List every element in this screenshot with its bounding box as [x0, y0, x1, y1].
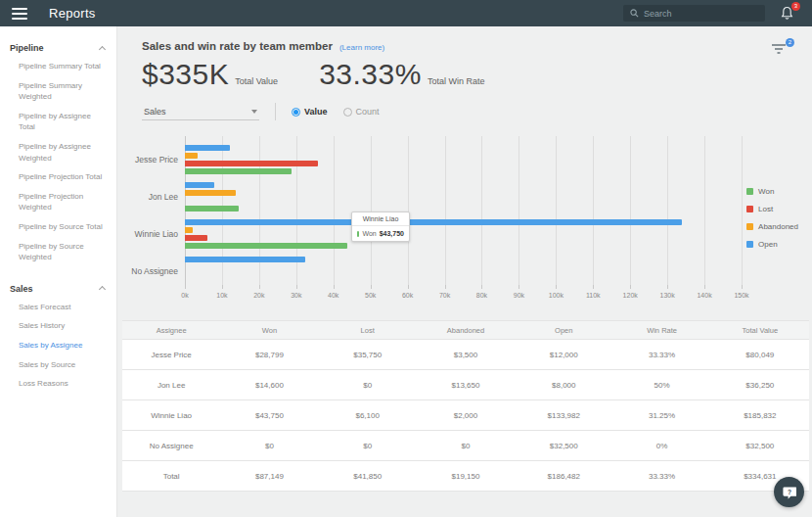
- chat-button[interactable]: ?: [774, 477, 804, 507]
- menu-icon[interactable]: [12, 8, 27, 20]
- sidebar-item-loss-reasons[interactable]: Loss Reasons: [0, 374, 116, 394]
- learn-more-link[interactable]: (Learn more): [339, 43, 384, 52]
- report-type-dropdown[interactable]: Sales: [142, 104, 259, 120]
- dropdown-value: Sales: [144, 107, 166, 117]
- axis-tick-label: 40k: [328, 292, 338, 299]
- table-cell: $80,049: [711, 340, 809, 369]
- bar-open-winnie-liao[interactable]: [185, 219, 682, 225]
- table-cell: Winnie Liao: [122, 400, 220, 430]
- table-total-row: Total$87,149$41,850$19,150$186,48233.33%…: [122, 461, 809, 492]
- bar-open-no-assignee[interactable]: [185, 257, 305, 262]
- chat-icon: ?: [782, 486, 796, 499]
- chevron-down-icon: [251, 110, 257, 114]
- axis-tick-label: 150k: [734, 292, 748, 299]
- axis-tick-label: 70k: [439, 292, 450, 299]
- sidebar-section-label: Pipeline: [10, 43, 44, 53]
- table-cell: $28,799: [220, 340, 318, 369]
- table-cell: Jon Lee: [122, 370, 220, 400]
- table-cell: 0%: [612, 431, 710, 460]
- table-cell: 33.33%: [612, 461, 710, 491]
- sidebar-item-pipeline-summary-weighted[interactable]: Pipeline Summary Weighted: [0, 76, 116, 107]
- sidebar-item-sales-by-source[interactable]: Sales by Source: [0, 355, 116, 375]
- table-cell: $35,750: [319, 340, 417, 369]
- bar-lost-winnie-liao[interactable]: [185, 235, 207, 241]
- table-row-no-assignee: No Assignee$0$0$0$32,5000%$32,500: [122, 431, 809, 461]
- axis-tick-label: 110k: [586, 292, 601, 299]
- sidebar-section-header-pipeline[interactable]: Pipeline: [0, 41, 116, 57]
- legend-swatch-open: [746, 241, 753, 248]
- bar-won-jon-lee[interactable]: [185, 206, 239, 212]
- tooltip-value: $43,750: [380, 230, 404, 237]
- table-cell: $186,482: [515, 461, 612, 491]
- table-cell: Jesse Price: [122, 340, 220, 369]
- legend-item-abandoned[interactable]: Abandoned: [746, 222, 798, 231]
- legend-label: Won: [758, 187, 774, 196]
- bar-abandoned-winnie-liao[interactable]: [185, 227, 193, 233]
- chevron-up-icon: [99, 286, 106, 293]
- legend-item-lost[interactable]: Lost: [746, 205, 798, 213]
- category-label-jesse-price: Jesse Price: [117, 155, 178, 164]
- radio-value-circle: [292, 108, 300, 117]
- radio-value[interactable]: Value: [292, 107, 328, 117]
- search-input[interactable]: Search: [623, 5, 765, 22]
- axis-tick-label: 120k: [623, 292, 638, 299]
- gridline: [742, 136, 743, 285]
- table-cell: Open: [515, 321, 612, 339]
- bar-abandoned-jesse-price[interactable]: [185, 153, 198, 159]
- sidebar-item-pipeline-projection-total[interactable]: Pipeline Projection Total: [0, 167, 116, 187]
- chart-plot-area: 0k10k20k30k40k50k60k70k80k90k100k110k120…: [185, 136, 742, 285]
- sidebar-item-sales-history[interactable]: Sales History: [0, 316, 116, 336]
- table-cell: Lost: [319, 321, 417, 339]
- table-cell: $12,000: [515, 340, 612, 369]
- table-cell: Abandoned: [417, 321, 515, 339]
- legend-swatch-won: [746, 188, 753, 195]
- axis-tick: [742, 285, 743, 289]
- radio-count-circle: [343, 108, 352, 117]
- bar-abandoned-jon-lee[interactable]: [185, 190, 236, 196]
- legend-swatch-lost: [746, 206, 753, 212]
- table-cell: $87,149: [220, 461, 318, 491]
- axis-tick-label: 90k: [514, 292, 524, 299]
- table-cell: $36,250: [711, 370, 809, 400]
- chevron-up-icon: [99, 45, 106, 52]
- table-cell: Won: [220, 321, 318, 339]
- sidebar-item-pipeline-by-source-total[interactable]: Pipeline by Source Total: [0, 217, 116, 237]
- tooltip-title: Winnie Liao: [352, 212, 409, 226]
- bar-group-jesse-price: [185, 145, 742, 176]
- legend-swatch-abandoned: [746, 223, 753, 230]
- sidebar-item-pipeline-projection-weighted[interactable]: Pipeline Projection Weighted: [0, 187, 116, 217]
- legend-item-open[interactable]: Open: [746, 240, 798, 249]
- chart-tooltip: Winnie Liao Won $43,750: [351, 212, 410, 242]
- sidebar-item-sales-forecast[interactable]: Sales Forecast: [0, 298, 116, 317]
- sidebar-item-pipeline-by-source-weighted[interactable]: Pipeline by Source Weighted: [0, 237, 116, 267]
- sidebar-item-sales-by-assignee[interactable]: Sales by Assignee: [0, 336, 116, 355]
- bar-group-jon-lee: [185, 182, 742, 213]
- table-cell: 50%: [612, 370, 710, 400]
- total-value-label: Total Value: [235, 76, 278, 86]
- sidebar-item-pipeline-by-assignee-weighted[interactable]: Pipeline by Assignee Weighted: [0, 137, 116, 167]
- bar-open-jon-lee[interactable]: [185, 182, 214, 188]
- notifications-button[interactable]: 3: [781, 6, 794, 21]
- bar-won-jesse-price[interactable]: [185, 168, 292, 174]
- sidebar: PipelinePipeline Summary TotalPipeline S…: [0, 26, 117, 517]
- sidebar-item-pipeline-summary-total[interactable]: Pipeline Summary Total: [0, 57, 116, 76]
- table-cell: Assignee: [122, 321, 220, 339]
- bar-open-jesse-price[interactable]: [185, 145, 230, 151]
- table-cell: $43,750: [220, 400, 318, 430]
- svg-text:?: ?: [788, 488, 791, 494]
- sidebar-section-header-sales[interactable]: Sales: [0, 282, 116, 298]
- axis-tick-label: 50k: [365, 292, 376, 299]
- topbar: Reports Search 3: [0, 0, 812, 26]
- sidebar-item-pipeline-by-assignee-total[interactable]: Pipeline by Assignee Total: [0, 107, 116, 137]
- table-cell: $14,600: [220, 370, 318, 400]
- category-label-no-assignee: No Assignee: [117, 266, 178, 276]
- radio-count[interactable]: Count: [343, 107, 380, 117]
- table-cell: $3,500: [417, 340, 515, 369]
- search-placeholder: Search: [644, 9, 672, 19]
- divider: [275, 103, 276, 120]
- bar-lost-jesse-price[interactable]: [185, 161, 318, 166]
- table-cell: Total Value: [711, 321, 809, 339]
- filter-button[interactable]: 2: [771, 42, 790, 58]
- bar-won-winnie-liao[interactable]: [185, 243, 347, 249]
- legend-item-won[interactable]: Won: [746, 187, 798, 196]
